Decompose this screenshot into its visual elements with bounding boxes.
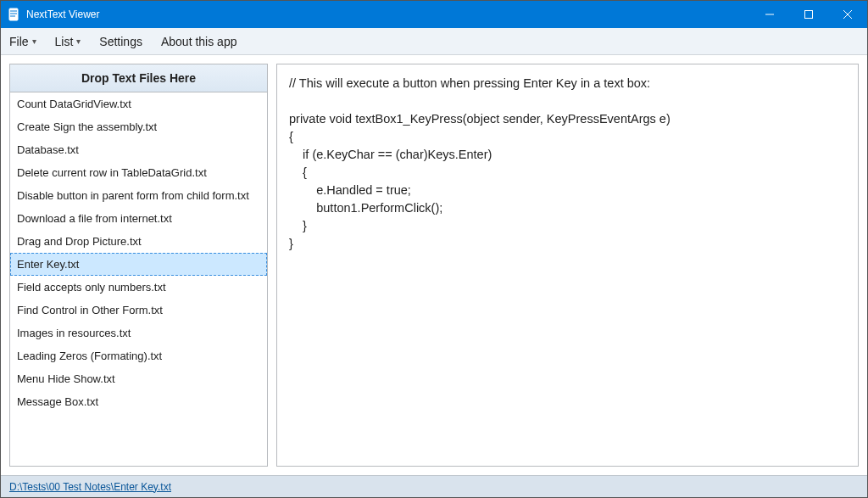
window-title: NextText Viewer <box>8 8 750 21</box>
svg-rect-1 <box>805 11 813 19</box>
file-list[interactable]: Count DataGridView.txtCreate Sign the as… <box>10 92 267 466</box>
statusbar: D:\Tests\00 Test Notes\Enter Key.txt <box>1 475 867 497</box>
file-item[interactable]: Delete current row in TableDataGrid.txt <box>10 161 267 184</box>
menu-about-label: About this app <box>161 35 237 48</box>
menu-about[interactable]: About this app <box>159 31 239 52</box>
content-area: Drop Text Files Here Count DataGridView.… <box>1 55 867 475</box>
menu-file-label: File <box>9 35 29 48</box>
chevron-down-icon: ▾ <box>76 36 81 46</box>
file-item[interactable]: Menu Hide Show.txt <box>10 367 267 390</box>
menu-settings[interactable]: Settings <box>97 31 144 52</box>
menu-list[interactable]: List ▾ <box>53 31 83 52</box>
app-icon <box>8 8 21 21</box>
close-button[interactable] <box>828 1 867 28</box>
window-title-text: NextText Viewer <box>26 8 99 20</box>
minimize-button[interactable] <box>750 1 789 28</box>
menu-file[interactable]: File ▾ <box>8 31 38 52</box>
file-item[interactable]: Images in resources.txt <box>10 322 267 344</box>
text-viewer[interactable]: // This will execute a button when press… <box>276 64 859 467</box>
titlebar: NextText Viewer <box>1 1 867 28</box>
drop-zone-header[interactable]: Drop Text Files Here <box>10 64 267 92</box>
maximize-button[interactable] <box>789 1 828 28</box>
menubar: File ▾ List ▾ Settings About this app <box>1 28 867 55</box>
file-item[interactable]: Leading Zeros (Formating).txt <box>10 344 267 367</box>
chevron-down-icon: ▾ <box>32 36 36 46</box>
file-item[interactable]: Download a file from internet.txt <box>10 207 267 230</box>
file-item[interactable]: Field accepts only numbers.txt <box>10 276 267 299</box>
file-item[interactable]: Database.txt <box>10 138 267 161</box>
status-path-link[interactable]: D:\Tests\00 Test Notes\Enter Key.txt <box>9 481 171 493</box>
svg-rect-0 <box>9 8 18 20</box>
file-item[interactable]: Find Control in Other Form.txt <box>10 299 267 322</box>
menu-settings-label: Settings <box>99 35 142 48</box>
file-item[interactable]: Create Sign the assembly.txt <box>10 115 267 138</box>
window-controls <box>750 1 867 28</box>
file-sidebar: Drop Text Files Here Count DataGridView.… <box>9 64 268 467</box>
file-item[interactable]: Drag and Drop Picture.txt <box>10 230 267 253</box>
file-item[interactable]: Count DataGridView.txt <box>10 92 267 115</box>
file-item[interactable]: Disable button in parent form from child… <box>10 184 267 207</box>
menu-list-label: List <box>55 35 74 48</box>
file-item[interactable]: Message Box.txt <box>10 390 267 413</box>
file-item[interactable]: Enter Key.txt <box>10 253 267 276</box>
